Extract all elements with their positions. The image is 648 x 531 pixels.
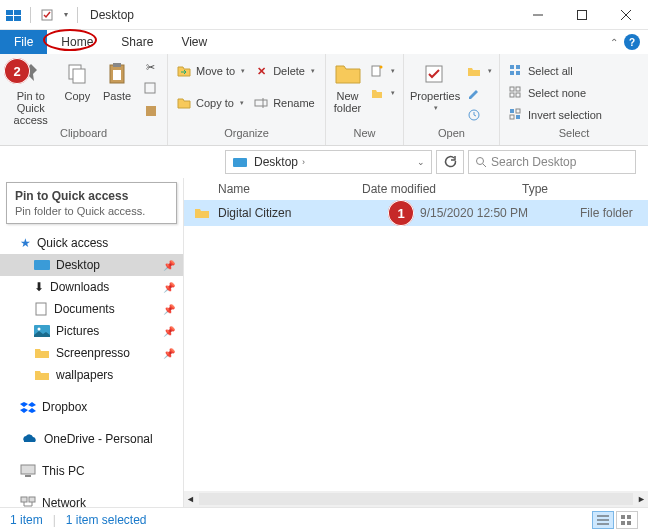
svg-point-35	[477, 158, 484, 165]
network-icon	[20, 496, 36, 507]
delete-button[interactable]: ✕Delete▾	[251, 60, 317, 82]
column-type[interactable]: Type	[522, 182, 640, 196]
list-item[interactable]: Digital Citizen 1 9/15/2020 12:50 PM Fil…	[184, 200, 648, 226]
svg-rect-33	[510, 115, 514, 119]
new-folder-icon	[334, 58, 362, 90]
svg-rect-12	[113, 63, 121, 67]
nav-dropbox[interactable]: Dropbox	[0, 396, 183, 418]
column-name[interactable]: Name	[192, 182, 362, 196]
svg-rect-14	[145, 83, 155, 93]
properties-button[interactable]: Properties▾	[410, 56, 460, 114]
invert-selection-button[interactable]: Invert selection	[506, 104, 604, 126]
scroll-left-icon[interactable]: ◄	[186, 494, 195, 504]
history-button[interactable]	[464, 104, 494, 126]
copy-path-icon	[143, 82, 159, 96]
paste-shortcut-button[interactable]	[141, 100, 161, 122]
maximize-button[interactable]	[560, 0, 604, 30]
folder-icon	[34, 347, 50, 359]
this-pc-icon	[20, 464, 36, 478]
open-icon	[466, 65, 482, 77]
svg-rect-37	[34, 260, 50, 270]
status-item-count: 1 item	[10, 513, 43, 527]
breadcrumb-dropdown-icon[interactable]: ⌄	[417, 157, 425, 167]
nav-pictures[interactable]: Pictures📌	[0, 320, 183, 342]
folder-icon	[192, 207, 212, 219]
svg-rect-18	[372, 66, 380, 76]
cut-icon: ✂	[143, 61, 159, 74]
svg-rect-44	[29, 497, 35, 502]
svg-rect-51	[621, 515, 625, 519]
nav-downloads[interactable]: ⬇Downloads📌	[0, 276, 183, 298]
breadcrumb[interactable]: Desktop›	[254, 155, 305, 169]
svg-rect-22	[510, 65, 514, 69]
pin-icon: 📌	[163, 282, 175, 293]
easy-access-icon	[369, 86, 385, 100]
rename-button[interactable]: Rename	[251, 92, 317, 114]
group-new-label: New	[332, 127, 397, 143]
documents-icon	[34, 302, 48, 316]
svg-rect-41	[21, 465, 35, 474]
nav-onedrive[interactable]: OneDrive - Personal	[0, 428, 183, 450]
qat-properties-icon[interactable]	[37, 5, 57, 25]
svg-rect-0	[6, 10, 13, 15]
tab-file[interactable]: File	[0, 30, 47, 54]
svg-rect-23	[516, 65, 520, 69]
annotation-badge-1: 1	[388, 200, 414, 226]
move-to-button[interactable]: Move to▾	[174, 60, 247, 82]
item-name: Digital Citizen	[212, 206, 382, 220]
column-date[interactable]: Date modified	[362, 182, 522, 196]
cut-button[interactable]: ✂	[141, 56, 161, 78]
svg-rect-43	[21, 497, 27, 502]
new-item-button[interactable]: ▾	[367, 60, 397, 82]
scroll-right-icon[interactable]: ►	[637, 494, 646, 504]
help-icon[interactable]: ?	[624, 34, 640, 50]
new-folder-button[interactable]: New folder	[332, 56, 363, 114]
tooltip-sub: Pin folder to Quick access.	[15, 205, 168, 217]
svg-rect-54	[627, 521, 631, 525]
history-icon	[466, 108, 482, 122]
qat-dropdown-icon[interactable]: ▾	[61, 5, 71, 25]
copy-to-button[interactable]: Copy to▾	[174, 92, 247, 114]
select-none-button[interactable]: Select none	[506, 82, 604, 104]
collapse-ribbon-icon[interactable]: ⌃	[610, 37, 618, 48]
edit-button[interactable]	[464, 82, 494, 104]
svg-rect-15	[146, 106, 156, 116]
nav-desktop[interactable]: Desktop📌	[0, 254, 183, 276]
nav-this-pc[interactable]: This PC	[0, 460, 183, 482]
pin-icon: 📌	[163, 304, 175, 315]
view-icons-button[interactable]	[616, 511, 638, 529]
address-bar[interactable]: Desktop› ⌄	[225, 150, 432, 174]
refresh-button[interactable]	[436, 150, 464, 174]
search-icon	[475, 156, 487, 168]
nav-wallpapers[interactable]: wallpapers	[0, 364, 183, 386]
svg-rect-52	[627, 515, 631, 519]
close-button[interactable]	[604, 0, 648, 30]
svg-rect-26	[510, 87, 514, 91]
column-headers[interactable]: Name Date modified Type	[184, 178, 648, 200]
horizontal-scrollbar[interactable]: ◄ ►	[184, 491, 648, 507]
svg-rect-28	[510, 93, 514, 97]
nav-network[interactable]: Network	[0, 492, 183, 507]
onedrive-icon	[20, 433, 38, 445]
tab-share[interactable]: Share	[107, 30, 167, 54]
copy-button[interactable]: Copy	[59, 56, 95, 102]
select-all-button[interactable]: Select all	[506, 60, 604, 82]
nav-documents[interactable]: Documents📌	[0, 298, 183, 320]
properties-icon	[422, 58, 448, 90]
folder-icon	[34, 369, 50, 381]
quick-access-icon: ★	[20, 236, 31, 250]
view-details-button[interactable]	[592, 511, 614, 529]
svg-rect-25	[516, 71, 520, 75]
tab-home[interactable]: Home	[47, 30, 107, 54]
copy-path-button[interactable]	[141, 78, 161, 100]
ribbon-tabs: File Home Share View ⌃ ?	[0, 30, 648, 54]
item-date: 9/15/2020 12:50 PM	[420, 206, 580, 220]
nav-screenpresso[interactable]: Screenpresso📌	[0, 342, 183, 364]
open-button[interactable]: ▾	[464, 60, 494, 82]
paste-button[interactable]: Paste	[99, 56, 135, 102]
nav-quick-access[interactable]: ★Quick access	[0, 232, 183, 254]
easy-access-button[interactable]: ▾	[367, 82, 397, 104]
search-input[interactable]: Search Desktop	[468, 150, 636, 174]
tab-view[interactable]: View	[167, 30, 221, 54]
minimize-button[interactable]	[516, 0, 560, 30]
